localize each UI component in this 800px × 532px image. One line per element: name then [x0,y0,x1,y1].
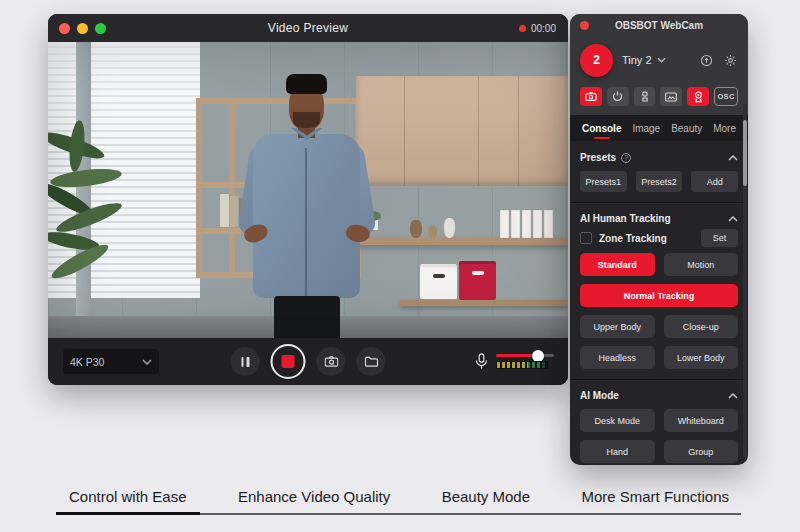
open-folder-button[interactable] [357,347,386,376]
quick-toolbar: OSC [580,87,738,106]
presets-title: Presets [580,152,616,163]
chevron-up-icon [728,216,738,222]
tab-more-smart-functions[interactable]: More Smart Functions [581,486,729,513]
hand-button[interactable]: Hand [580,440,655,463]
panel-scrollbar-thumb[interactable] [743,120,747,186]
section-divider [570,379,748,380]
video-preview-window: Video Preview 00:00 [48,14,568,385]
upper-body-button[interactable]: Upper Body [580,315,655,338]
close-up-button[interactable]: Close-up [664,315,739,338]
desk-mode-button[interactable]: Desk Mode [580,409,655,432]
presets-buttons: Presets1 Presets2 Add [580,171,738,192]
snapshot-button[interactable] [317,347,346,376]
tab-control-with-ease[interactable]: Control with Ease [69,486,187,513]
screen-icon [665,92,677,102]
panel-header: 2 Tiny 2 [570,36,748,115]
recording-dot-icon [519,25,526,32]
resolution-value: 4K P30 [70,356,104,368]
collapse-presets-button[interactable] [728,155,738,161]
zone-tracking-row: Zone Tracking Set [580,232,738,244]
chevron-up-icon [728,393,738,399]
vignette [48,42,568,338]
update-icon[interactable] [699,53,714,68]
panel-tabs: Console Image Beauty More [570,115,748,141]
recording-indicator: 00:00 [519,23,556,34]
microphone-icon[interactable] [475,353,488,370]
video-control-bar: 4K P30 [48,338,568,385]
whiteboard-button[interactable]: Whiteboard [664,409,739,432]
resolution-select[interactable]: 4K P30 [63,349,159,374]
lower-body-button[interactable]: Lower Body [664,346,739,369]
collapse-tracking-button[interactable] [728,216,738,222]
panel-title: OBSBOT WebCam [570,20,748,31]
zone-tracking-checkbox[interactable] [580,232,592,244]
pause-button[interactable] [231,347,260,376]
obsbot-panel: OBSBOT WebCam 2 Tiny 2 [570,14,748,465]
console-content: Presets ? Presets1 Presets2 Add AI Human… [570,141,748,465]
recording-time: 00:00 [531,23,556,34]
chevron-down-icon [142,359,152,365]
preset2-button[interactable]: Presets2 [636,171,683,192]
add-preset-button[interactable]: Add [691,171,738,192]
stop-icon [282,355,295,368]
camera-toggle-button[interactable] [580,87,602,106]
folder-icon [364,356,378,367]
chevron-up-icon [728,155,738,161]
volume-slider[interactable] [496,354,554,357]
tracking-camera-icon [693,91,704,103]
chevron-down-icon [657,57,666,63]
pause-icon [241,357,249,367]
headless-button[interactable]: Headless [580,346,655,369]
osc-button[interactable]: OSC [714,87,738,106]
motion-mode-button[interactable]: Motion [664,253,739,276]
tracking-toggle-button[interactable] [687,87,709,106]
help-icon[interactable]: ? [621,153,631,163]
camera-video-feed [48,42,568,338]
audio-level-meter [496,361,548,369]
video-titlebar: Video Preview 00:00 [48,14,568,42]
zone-tracking-label: Zone Tracking [599,233,667,244]
tab-more[interactable]: More [713,117,736,140]
presets-section-header: Presets ? [580,152,738,163]
feature-tabs: Control with Ease Enhance Video Quality … [57,486,741,515]
standard-mode-button[interactable]: Standard [580,253,655,276]
sleep-power-button[interactable] [607,87,629,106]
device-selector[interactable]: Tiny 2 [622,54,666,66]
normal-tracking-button[interactable]: Normal Tracking [580,284,738,307]
camera-icon [585,92,597,101]
panel-titlebar: OBSBOT WebCam [570,14,748,36]
ai-mode-title: AI Mode [580,390,619,401]
virtual-background-button[interactable] [660,87,682,106]
tab-image[interactable]: Image [632,117,660,140]
device-avatar[interactable]: 2 [580,44,613,77]
camera-icon [324,356,338,367]
section-divider [570,202,748,203]
preset1-button[interactable]: Presets1 [580,171,627,192]
ai-mode-section-header: AI Mode [580,390,738,401]
video-window-title: Video Preview [48,21,568,35]
tab-console[interactable]: Console [582,117,621,140]
group-button[interactable]: Group [664,440,739,463]
record-stop-button[interactable] [271,344,306,379]
tracking-section-header: AI Human Tracking [580,213,738,224]
tab-beauty[interactable]: Beauty [671,117,702,140]
tracking-title: AI Human Tracking [580,213,671,224]
tab-enhance-video-quality[interactable]: Enhance Video Quality [238,486,390,513]
volume-knob[interactable] [532,350,544,362]
gimbal-reset-button[interactable] [634,87,656,106]
power-icon [612,91,623,102]
device-name-label: Tiny 2 [622,54,652,66]
gimbal-icon [640,91,650,103]
zone-set-button[interactable]: Set [701,229,738,247]
gear-icon[interactable] [723,53,738,68]
collapse-ai-mode-button[interactable] [728,393,738,399]
tab-beauty-mode[interactable]: Beauty Mode [442,486,530,513]
